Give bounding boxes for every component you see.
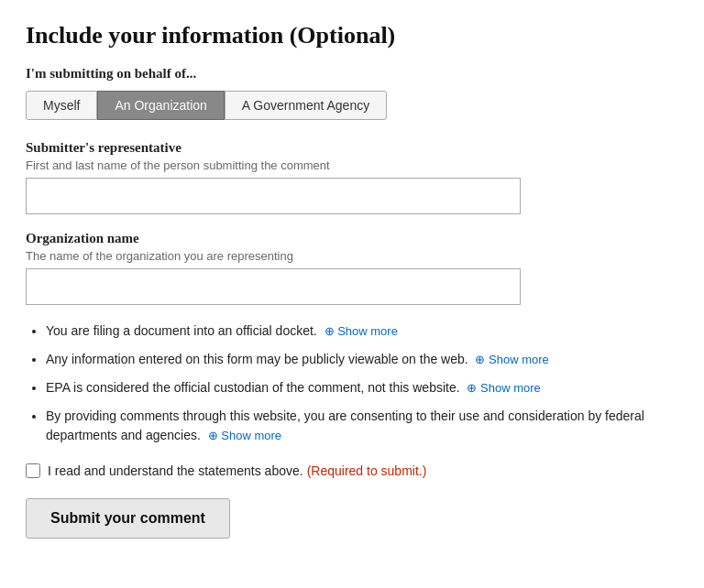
list-item: EPA is considered the official custodian…	[46, 378, 678, 397]
org-name-input[interactable]	[26, 268, 521, 305]
submitting-label: I'm submitting on behalf of...	[26, 66, 678, 82]
info-item-text-4: By providing comments through this websi…	[46, 408, 644, 442]
required-text: (Required to submit.)	[307, 463, 427, 478]
list-item: You are filing a document into an offici…	[46, 321, 678, 341]
show-more-link-4[interactable]: Show more	[208, 429, 281, 442]
representative-input[interactable]	[26, 178, 521, 214]
representative-hint: First and last name of the person submit…	[26, 158, 678, 172]
representative-label: Submitter's representative	[26, 140, 678, 156]
behalf-toggle-group: Myself An Organization A Government Agen…	[26, 91, 678, 120]
acknowledgement-label: I read and understand the statements abo…	[48, 463, 303, 478]
org-name-hint: The name of the organization you are rep…	[26, 249, 678, 263]
page-title: Include your information (Optional)	[26, 22, 678, 49]
org-name-field-group: Organization name The name of the organi…	[26, 231, 678, 305]
acknowledgement-checkbox[interactable]	[26, 463, 40, 478]
list-item: By providing comments through this websi…	[46, 407, 678, 445]
toggle-myself[interactable]: Myself	[26, 91, 97, 120]
info-item-text-2: Any information entered on this form may…	[46, 352, 468, 366]
list-item: Any information entered on this form may…	[46, 350, 678, 369]
submit-button[interactable]: Submit your comment	[26, 498, 230, 539]
toggle-government[interactable]: A Government Agency	[225, 91, 387, 120]
show-more-link-2[interactable]: Show more	[475, 353, 548, 366]
show-more-link-3[interactable]: Show more	[467, 381, 540, 395]
info-item-text-1: You are filing a document into an offici…	[46, 323, 317, 338]
info-list: You are filing a document into an offici…	[26, 321, 678, 445]
representative-field-group: Submitter's representative First and las…	[26, 140, 678, 214]
show-more-link-1[interactable]: Show more	[324, 324, 398, 338]
acknowledgement-row: I read and understand the statements abo…	[26, 463, 678, 478]
toggle-organization[interactable]: An Organization	[97, 91, 224, 120]
org-name-label: Organization name	[26, 231, 678, 246]
info-item-text-3: EPA is considered the official custodian…	[46, 380, 460, 395]
